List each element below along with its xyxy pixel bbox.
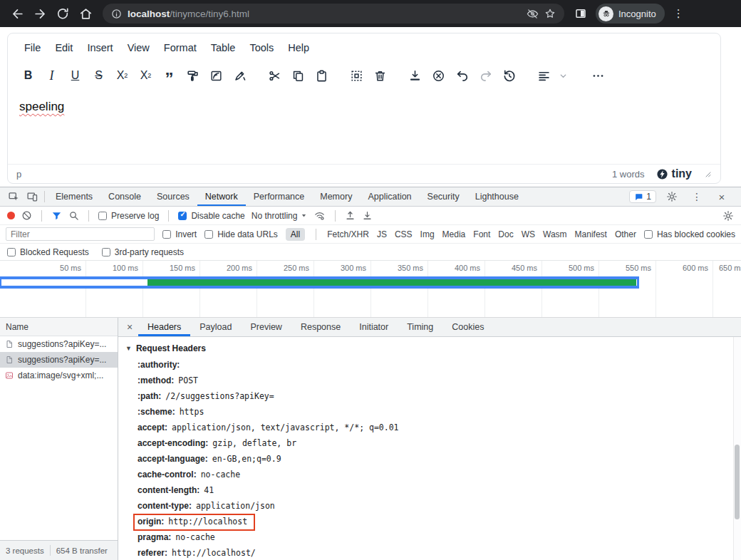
tab-lighthouse[interactable]: Lighthouse xyxy=(467,187,527,206)
filter-type-doc[interactable]: Doc xyxy=(498,229,513,239)
paste-icon[interactable] xyxy=(310,66,333,85)
issues-counter[interactable]: 1 xyxy=(629,190,656,203)
detail-tab-initiator[interactable]: Initiator xyxy=(350,318,398,336)
third-party-requests-toggle[interactable]: 3rd-party requests xyxy=(102,247,184,257)
underline-icon[interactable]: U xyxy=(63,66,87,85)
detail-tab-response[interactable]: Response xyxy=(291,318,350,336)
filter-type-other[interactable]: Other xyxy=(615,229,636,239)
browser-menu-icon[interactable]: ⋮ xyxy=(673,7,685,20)
tab-network[interactable]: Network xyxy=(197,187,246,206)
request-row[interactable]: suggestions?apiKey=... xyxy=(0,336,118,352)
filter-type-font[interactable]: Font xyxy=(473,229,490,239)
preserve-log-checkbox[interactable] xyxy=(98,212,107,220)
resize-handle-icon[interactable] xyxy=(703,170,712,178)
network-overview-timeline[interactable]: 50 ms 100 ms 150 ms 200 ms 250 ms 300 ms… xyxy=(0,261,741,318)
menu-table[interactable]: Table xyxy=(204,38,243,57)
settings-gear-icon[interactable] xyxy=(663,189,681,204)
misspelled-word[interactable]: speeling xyxy=(19,100,64,113)
element-path[interactable]: p xyxy=(16,169,21,180)
request-row[interactable]: data:image/svg+xml;... xyxy=(0,368,118,383)
third-party-requests-checkbox[interactable] xyxy=(102,248,110,256)
superscript-icon[interactable]: X2 xyxy=(134,66,157,85)
filter-type-ws[interactable]: WS xyxy=(522,229,535,239)
url-bar[interactable]: localhost/tinymce/tiny6.html xyxy=(103,4,564,24)
save-icon[interactable] xyxy=(403,66,427,85)
detail-tab-headers[interactable]: Headers xyxy=(138,318,190,336)
reload-icon[interactable] xyxy=(53,4,73,24)
blockquote-icon[interactable]: ” xyxy=(157,66,181,85)
subscript-icon[interactable]: X2 xyxy=(110,66,134,85)
tab-performance[interactable]: Performance xyxy=(246,187,313,206)
detail-tab-timing[interactable]: Timing xyxy=(398,318,442,336)
device-toolbar-icon[interactable] xyxy=(23,189,41,204)
clear-icon[interactable] xyxy=(21,210,32,221)
side-panel-icon[interactable] xyxy=(574,7,587,20)
has-blocked-cookies-toggle[interactable]: Has blocked cookies xyxy=(644,229,735,239)
filter-type-js[interactable]: JS xyxy=(377,229,387,239)
copy-icon[interactable] xyxy=(286,66,310,85)
hide-data-urls-checkbox[interactable] xyxy=(204,230,213,239)
invert-checkbox[interactable] xyxy=(162,230,171,239)
redo-icon[interactable] xyxy=(474,66,497,85)
tab-memory[interactable]: Memory xyxy=(312,187,360,206)
page-embed-icon[interactable] xyxy=(204,66,228,85)
bookmark-star-icon[interactable] xyxy=(544,8,556,19)
filter-type-all[interactable]: All xyxy=(286,228,305,241)
cut-icon[interactable] xyxy=(263,66,286,85)
menu-edit[interactable]: Edit xyxy=(48,38,80,57)
home-icon[interactable] xyxy=(76,4,95,24)
back-icon[interactable] xyxy=(7,4,27,24)
tab-console[interactable]: Console xyxy=(100,187,149,206)
filter-type-media[interactable]: Media xyxy=(442,229,466,239)
filter-type-manifest[interactable]: Manifest xyxy=(575,229,607,239)
italic-icon[interactable]: I xyxy=(40,66,63,85)
menu-help[interactable]: Help xyxy=(281,38,316,57)
disable-cache-checkbox[interactable] xyxy=(178,212,187,220)
network-settings-gear-icon[interactable] xyxy=(722,210,734,222)
site-info-icon[interactable] xyxy=(111,9,122,19)
editor-content-area[interactable]: speeling xyxy=(8,90,720,164)
tab-security[interactable]: Security xyxy=(420,187,467,206)
tiny-branding[interactable]: tiny xyxy=(656,167,692,180)
blocked-requests-checkbox[interactable] xyxy=(7,248,16,256)
permanent-pen-icon[interactable] xyxy=(228,66,252,85)
cancel-icon[interactable] xyxy=(427,66,450,85)
menu-file[interactable]: File xyxy=(17,38,48,57)
filter-type-img[interactable]: Img xyxy=(420,229,435,239)
select-all-icon[interactable] xyxy=(345,66,368,85)
word-count[interactable]: 1 words xyxy=(612,169,645,180)
more-icon[interactable] xyxy=(586,66,610,85)
eye-off-icon[interactable] xyxy=(527,8,539,20)
import-har-icon[interactable] xyxy=(345,210,356,221)
throttling-select[interactable]: No throttling xyxy=(252,211,308,221)
close-devtools-icon[interactable]: × xyxy=(712,189,731,204)
network-conditions-icon[interactable] xyxy=(314,209,326,222)
blocked-requests-toggle[interactable]: Blocked Requests xyxy=(7,247,89,257)
filter-type-wasm[interactable]: Wasm xyxy=(543,229,567,239)
has-blocked-cookies-checkbox[interactable] xyxy=(644,230,653,239)
chevron-down-icon[interactable] xyxy=(551,66,575,85)
strikethrough-icon[interactable]: S xyxy=(87,66,110,85)
tab-application[interactable]: Application xyxy=(360,187,419,206)
undo-icon[interactable] xyxy=(450,66,474,85)
delete-icon[interactable] xyxy=(368,66,392,85)
detail-tab-cookies[interactable]: Cookies xyxy=(442,318,493,336)
detail-tab-payload[interactable]: Payload xyxy=(190,318,241,336)
hide-data-urls-toggle[interactable]: Hide data URLs xyxy=(204,229,278,239)
preserve-log-toggle[interactable]: Preserve log xyxy=(98,211,159,221)
restore-draft-icon[interactable] xyxy=(497,66,521,85)
filter-type-css[interactable]: CSS xyxy=(395,229,413,239)
invert-toggle[interactable]: Invert xyxy=(162,229,197,239)
menu-view[interactable]: View xyxy=(120,38,157,57)
request-headers-section-toggle[interactable]: ▼ Request Headers xyxy=(118,337,741,357)
forward-icon[interactable] xyxy=(30,4,50,24)
filter-type-fetch-xhr[interactable]: Fetch/XHR xyxy=(327,229,369,239)
search-icon[interactable] xyxy=(68,210,79,221)
disable-cache-toggle[interactable]: Disable cache xyxy=(178,211,244,221)
scrollbar-track[interactable] xyxy=(733,337,741,560)
export-har-icon[interactable] xyxy=(362,210,373,221)
name-column-header[interactable]: Name xyxy=(0,318,118,336)
menu-format[interactable]: Format xyxy=(157,38,204,57)
devtools-menu-icon[interactable]: ⋮ xyxy=(688,189,706,204)
close-detail-icon[interactable]: × xyxy=(121,321,138,333)
